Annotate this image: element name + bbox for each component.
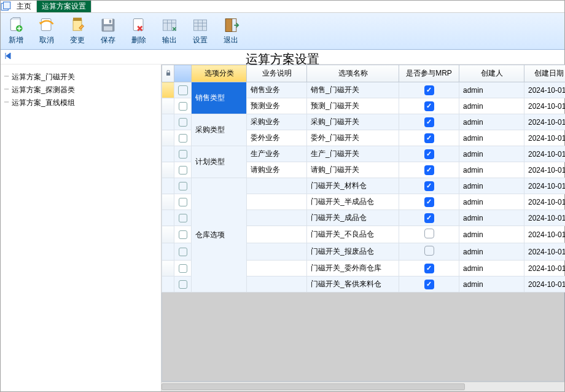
- table-row[interactable]: 采购类型采购业务采购_门磁开关admin2024-10-01: [162, 114, 566, 130]
- tab-plan-settings[interactable]: 运算方案设置: [37, 1, 92, 12]
- checkbox-column-header[interactable]: [174, 65, 192, 82]
- row-checkbox-cell[interactable]: [174, 130, 192, 146]
- row-indicator[interactable]: [162, 114, 174, 130]
- window-control-icon[interactable]: [1, 1, 12, 12]
- name-cell: 委外_门磁开关: [307, 130, 399, 146]
- exit-button[interactable]: 退出: [216, 13, 246, 49]
- row-checkbox-cell[interactable]: [174, 178, 192, 194]
- col-biz[interactable]: 业务说明: [247, 65, 307, 82]
- mrp-checkbox[interactable]: [424, 101, 434, 111]
- row-checkbox-cell[interactable]: [174, 226, 192, 243]
- mrp-cell[interactable]: [399, 226, 459, 243]
- mrp-checkbox[interactable]: [424, 280, 434, 289]
- mrp-cell[interactable]: [399, 130, 459, 146]
- row-indicator[interactable]: [162, 130, 174, 146]
- mrp-cell[interactable]: [399, 82, 459, 98]
- row-checkbox-cell[interactable]: [174, 243, 192, 261]
- row-checkbox[interactable]: [179, 248, 187, 256]
- row-checkbox-cell[interactable]: [174, 82, 192, 98]
- col-date[interactable]: 创建日期: [524, 65, 566, 82]
- change-button[interactable]: 变更: [62, 13, 93, 49]
- row-checkbox-cell[interactable]: [174, 146, 192, 162]
- col-category[interactable]: 选项分类: [192, 65, 247, 82]
- row-checkbox[interactable]: [179, 118, 187, 127]
- tree-item-2[interactable]: 运算方案_直线模组: [4, 96, 157, 109]
- table-row[interactable]: 销售类型销售业务销售_门磁开关admin2024-10-01: [162, 82, 566, 98]
- row-indicator[interactable]: [162, 98, 174, 114]
- row-checkbox-cell[interactable]: [174, 194, 192, 210]
- mrp-checkbox[interactable]: [424, 149, 434, 159]
- add-button[interactable]: 新增: [1, 13, 31, 49]
- table-row[interactable]: 仓库选项门磁开关_材料仓admin2024-10-01: [162, 178, 566, 194]
- row-checkbox[interactable]: [179, 280, 187, 289]
- category-cell[interactable]: 仓库选项: [192, 178, 247, 292]
- mrp-checkbox[interactable]: [424, 117, 434, 127]
- first-record-icon[interactable]: [4, 52, 12, 61]
- row-indicator[interactable]: [162, 82, 174, 98]
- lock-column-header[interactable]: [162, 65, 174, 82]
- category-cell[interactable]: 计划类型: [192, 146, 247, 178]
- row-checkbox[interactable]: [179, 102, 187, 111]
- row-checkbox[interactable]: [179, 230, 187, 239]
- mrp-cell[interactable]: [399, 162, 459, 178]
- mrp-checkbox[interactable]: [424, 264, 434, 273]
- mrp-cell[interactable]: [399, 210, 459, 226]
- row-indicator[interactable]: [162, 243, 174, 261]
- mrp-cell[interactable]: [399, 243, 459, 261]
- mrp-cell[interactable]: [399, 178, 459, 194]
- row-checkbox[interactable]: [179, 166, 187, 174]
- mrp-cell[interactable]: [399, 114, 459, 130]
- row-checkbox[interactable]: [178, 85, 188, 95]
- category-cell[interactable]: 销售类型: [192, 82, 247, 114]
- row-checkbox[interactable]: [179, 214, 187, 222]
- mrp-checkbox[interactable]: [424, 181, 434, 191]
- export-button[interactable]: 输出: [154, 13, 185, 49]
- row-indicator[interactable]: [162, 226, 174, 243]
- tree-item-1[interactable]: 运算方案_探测器类: [4, 84, 157, 96]
- row-checkbox-cell[interactable]: [174, 114, 192, 130]
- table-row[interactable]: 计划类型生产业务生产_门磁开关admin2024-10-01: [162, 146, 566, 162]
- row-indicator[interactable]: [162, 261, 174, 276]
- row-indicator[interactable]: [162, 146, 174, 162]
- tab-home[interactable]: 主页: [12, 1, 37, 12]
- mrp-checkbox[interactable]: [424, 246, 434, 256]
- mrp-checkbox[interactable]: [424, 133, 434, 143]
- row-checkbox-cell[interactable]: [174, 276, 192, 292]
- col-mrp[interactable]: 是否参与MRP: [399, 65, 459, 82]
- col-creator[interactable]: 创建人: [459, 65, 524, 82]
- row-checkbox[interactable]: [179, 134, 187, 143]
- row-indicator[interactable]: [162, 210, 174, 226]
- row-indicator[interactable]: [162, 162, 174, 178]
- mrp-checkbox[interactable]: [424, 213, 434, 223]
- category-cell[interactable]: 采购类型: [192, 114, 247, 146]
- mrp-cell[interactable]: [399, 276, 459, 292]
- mrp-checkbox[interactable]: [424, 85, 434, 95]
- row-indicator[interactable]: [162, 194, 174, 210]
- row-checkbox-cell[interactable]: [174, 261, 192, 276]
- row-checkbox-cell[interactable]: [174, 162, 192, 178]
- mrp-cell[interactable]: [399, 194, 459, 210]
- mrp-cell[interactable]: [399, 146, 459, 162]
- tree-item-0[interactable]: 运算方案_门磁开关: [4, 71, 157, 84]
- mrp-cell[interactable]: [399, 98, 459, 114]
- horizontal-scrollbar[interactable]: [162, 382, 564, 391]
- delete-button[interactable]: 删除: [123, 13, 154, 49]
- row-checkbox[interactable]: [179, 150, 187, 159]
- row-checkbox-cell[interactable]: [174, 98, 192, 114]
- mrp-checkbox[interactable]: [424, 229, 434, 238]
- cancel-button[interactable]: 取消: [31, 13, 62, 49]
- mrp-checkbox[interactable]: [424, 197, 434, 207]
- settings-button[interactable]: 设置: [185, 13, 216, 49]
- col-name[interactable]: 选项名称: [307, 65, 399, 82]
- row-checkbox[interactable]: [179, 264, 187, 273]
- save-button[interactable]: 保存: [93, 13, 123, 49]
- row-checkbox-cell[interactable]: [174, 210, 192, 226]
- row-indicator[interactable]: [162, 276, 174, 292]
- options-grid[interactable]: 选项分类 业务说明 选项名称 是否参与MRP 创建人 创建日期 销售类型销售业务…: [162, 65, 565, 292]
- date-cell: 2024-10-01: [524, 178, 566, 194]
- mrp-cell[interactable]: [399, 261, 459, 276]
- mrp-checkbox[interactable]: [424, 165, 434, 175]
- row-checkbox[interactable]: [179, 198, 187, 206]
- row-checkbox[interactable]: [179, 182, 187, 190]
- row-indicator[interactable]: [162, 178, 174, 194]
